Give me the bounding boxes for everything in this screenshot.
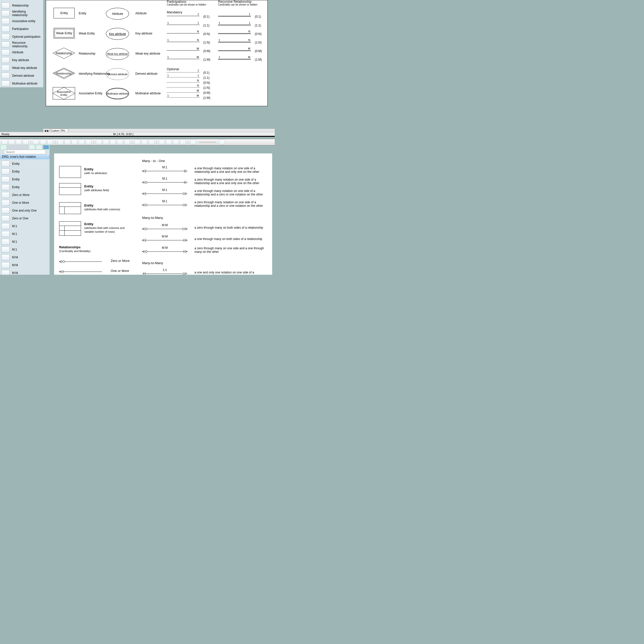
- relationship-label: One or More: [111, 269, 129, 273]
- tool-connector-icon[interactable]: [33, 140, 39, 145]
- recursive-line: 11: [218, 25, 251, 28]
- svg-line-53: [142, 252, 145, 253]
- tool-connector-icon[interactable]: [47, 140, 53, 145]
- sidebar-item[interactable]: Relationship: [0, 2, 43, 9]
- sidebar-item[interactable]: Weak key attribute: [0, 64, 43, 72]
- key-attribute-shape: Key attribute: [106, 28, 129, 40]
- sidebar-item[interactable]: M:M: [0, 269, 50, 275]
- sidebar-item[interactable]: Entity: [0, 183, 50, 191]
- mm-desc: a one through many on both sides of a re…: [194, 237, 267, 241]
- sidebar-item[interactable]: M:1: [0, 238, 50, 246]
- search-input[interactable]: [4, 150, 46, 154]
- tool-align-icon[interactable]: [71, 140, 77, 145]
- crow-canvas[interactable]: Entity(with no attributes) Entity(with a…: [50, 149, 275, 275]
- derived-attribute-shape: Derived attribute: [106, 68, 129, 80]
- many-to-many-header: Many-to-Many: [142, 216, 163, 220]
- sidebar-item[interactable]: Entity: [0, 160, 50, 168]
- view-search-icon[interactable]: [43, 145, 49, 149]
- shape-icon: [2, 239, 10, 245]
- tool-align-icon[interactable]: [64, 140, 70, 145]
- tool-hand-icon[interactable]: [166, 140, 172, 145]
- sidebar-item[interactable]: One and only One: [0, 207, 50, 214]
- sidebar-item[interactable]: Participation: [0, 25, 43, 33]
- cardinality: (1:1): [255, 24, 261, 27]
- zoom-in-icon[interactable]: [219, 140, 225, 145]
- view-list-icon[interactable]: [36, 145, 42, 149]
- sidebar-item[interactable]: Zero or One: [0, 214, 50, 222]
- mm-line: M:M: [142, 226, 187, 231]
- tool-line-icon[interactable]: [124, 140, 130, 145]
- cardinality: (1:M): [255, 58, 262, 61]
- entity-label: Entity(with attributes field): [84, 184, 109, 192]
- tool-line-icon[interactable]: [96, 140, 102, 145]
- sidebar-item[interactable]: M:1: [0, 246, 50, 253]
- shape-icon: [2, 254, 10, 260]
- recursive-line: 1N: [218, 42, 251, 45]
- cardinality: (1:M): [203, 96, 210, 100]
- tool-ellipse-icon[interactable]: [16, 140, 22, 145]
- shape-label: Identifying Relationship: [79, 72, 110, 75]
- tool-rect-icon[interactable]: [9, 140, 15, 145]
- zoom-out-icon[interactable]: [190, 140, 196, 145]
- one-one-line: 1:1: [142, 271, 187, 275]
- sidebar-item[interactable]: M:M: [0, 261, 50, 269]
- pager-icon[interactable]: ▶: [47, 129, 49, 132]
- tool-connector-icon[interactable]: [40, 140, 46, 145]
- sidebar-item[interactable]: Multivalue attribute: [0, 79, 43, 87]
- sidebar-item[interactable]: Derived attribute: [0, 72, 43, 79]
- tool-zoom-icon[interactable]: [159, 140, 165, 145]
- relationships-header: Relationships(Cardinality and Modality): [59, 245, 91, 253]
- tool-table-icon[interactable]: [23, 140, 29, 145]
- svg-point-54: [145, 251, 147, 253]
- sidebar-item[interactable]: Zero or More: [0, 191, 50, 199]
- tool-group-icon[interactable]: [148, 140, 154, 145]
- tool-align-icon[interactable]: [86, 140, 92, 145]
- recursive-line: M: [218, 50, 251, 54]
- tool-align-icon[interactable]: [78, 140, 85, 145]
- shape-icon: [2, 215, 10, 221]
- view-tree-icon[interactable]: [1, 145, 7, 149]
- pager-icon[interactable]: ◀: [44, 129, 46, 132]
- tool-group-icon[interactable]: [134, 140, 140, 145]
- sidebar-item[interactable]: M:1: [0, 222, 50, 230]
- optional-line: 1M: [167, 97, 199, 101]
- zoom-slider[interactable]: [199, 142, 216, 143]
- tool-align-icon[interactable]: [57, 140, 63, 145]
- relationship-line: [59, 259, 102, 264]
- m1-desc: a one through many notation on one side …: [194, 189, 267, 196]
- sidebar-item[interactable]: Entity: [0, 168, 50, 175]
- sidebar-item[interactable]: Entity: [0, 175, 50, 183]
- mm-line: M:M: [142, 238, 187, 243]
- participations-sub: Cardinality can be shown or hidden: [167, 3, 206, 6]
- svg-line-7: [59, 260, 62, 262]
- svg-point-22: [145, 181, 147, 183]
- chen-canvas[interactable]: Entity Entity Weak Entity Weak Entity Re…: [43, 0, 275, 128]
- shape-icon: [2, 18, 10, 24]
- tool-erase-icon[interactable]: [180, 140, 186, 145]
- tool-pointer-icon[interactable]: [2, 140, 8, 145]
- tool-line-icon[interactable]: [110, 140, 116, 145]
- sidebar-item[interactable]: Key attribute: [0, 56, 43, 64]
- sidebar-item[interactable]: M:1: [0, 230, 50, 238]
- tool-line-icon[interactable]: [117, 140, 123, 145]
- recursive-header: Recursive Relationship: [218, 0, 252, 4]
- shape-icon: [2, 49, 10, 55]
- tool-group-icon[interactable]: [141, 140, 147, 145]
- shape-icon: [2, 176, 10, 182]
- sidebar-item[interactable]: Attribute: [0, 48, 43, 56]
- shape-icon: [2, 192, 10, 198]
- svg-line-42: [185, 229, 187, 230]
- optional-line: 1: [167, 72, 199, 76]
- sidebar-item[interactable]: One or More: [0, 199, 50, 207]
- sidebar-item[interactable]: Optional participation: [0, 33, 43, 41]
- sidebar-item[interactable]: M:M: [0, 253, 50, 261]
- participation-line: M: [167, 50, 199, 54]
- sidebar-item[interactable]: Associative entity: [0, 17, 43, 25]
- sidebar-item[interactable]: Recursive relationship: [0, 41, 43, 48]
- sidebar-item[interactable]: Identifying relationship: [0, 9, 43, 17]
- tool-print-icon[interactable]: [173, 140, 179, 145]
- sidebar-mode-bar: [0, 145, 50, 149]
- tool-line-icon[interactable]: [103, 140, 109, 145]
- view-grid-icon[interactable]: [29, 145, 35, 149]
- search-bar: [0, 149, 50, 154]
